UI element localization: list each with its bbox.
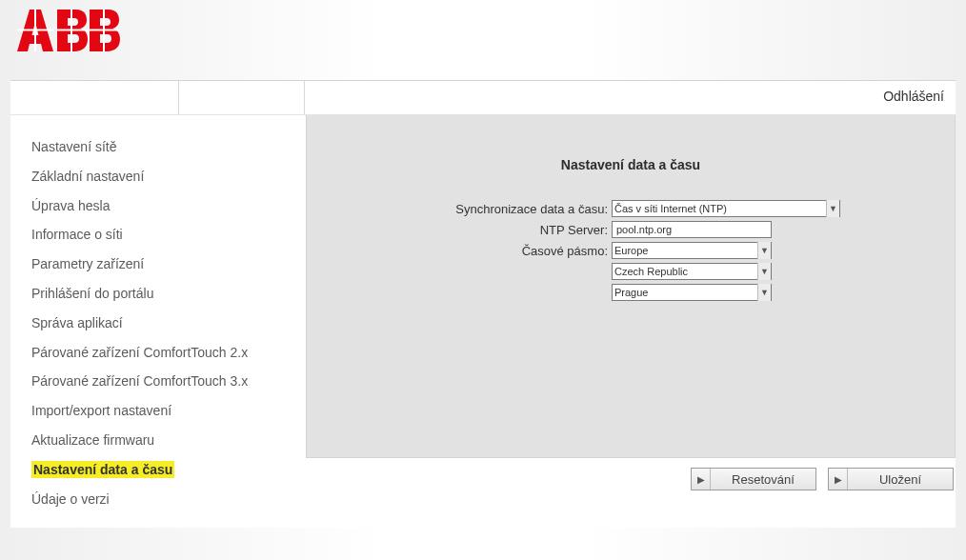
timezone-city-value: Prague (614, 287, 648, 298)
save-button-label: Uložení (848, 469, 953, 490)
sidebar-item-label: Nastavení sítě (31, 139, 117, 154)
sync-select[interactable]: Čas v síti Internet (NTP) ▼ (612, 200, 840, 217)
sidebar-item-label: Aktualizace firmwaru (31, 432, 154, 448)
timezone-region-select[interactable]: Europe ▼ (612, 242, 772, 259)
sidebar-item-paired-ct2x[interactable]: Párované zařízení ComfortTouch 2.x (31, 338, 306, 368)
sidebar-item-import-export[interactable]: Import/export nastavení (31, 396, 306, 426)
sidebar-item-device-params[interactable]: Parametry zařízení (31, 250, 306, 279)
brand-logo (17, 10, 120, 51)
sidebar-item-label: Nastavení data a času (31, 461, 174, 478)
content-area: Nastavení data a času Synchronizace data… (306, 115, 956, 528)
timezone-country-value: Czech Republic (614, 266, 688, 277)
sidebar-item-label: Párované zařízení ComfortTouch 2.x (31, 345, 248, 360)
timezone-city-select[interactable]: Prague ▼ (612, 284, 772, 301)
sidebar-item-password[interactable]: Úprava hesla (31, 191, 306, 221)
button-row: ▶ Resetování ▶ Uložení (691, 468, 954, 490)
sidebar-item-date-time[interactable]: Nastavení data a času (31, 455, 306, 485)
sidebar-item-label: Správa aplikací (31, 315, 123, 330)
page-title: Nastavení data a času (326, 157, 936, 172)
chevron-down-icon: ▼ (757, 242, 771, 259)
timezone-region-value: Europe (614, 245, 648, 256)
sidebar-item-version-info[interactable]: Údaje o verzi (31, 485, 306, 514)
sidebar-item-label: Import/export nastavení (31, 403, 171, 418)
empty-tab (178, 80, 305, 114)
sidebar-item-label: Informace o síti (31, 227, 123, 242)
play-icon: ▶ (692, 469, 711, 490)
logout-link[interactable]: Odhlášení (883, 89, 944, 104)
ntp-server-input[interactable] (612, 221, 772, 238)
content-box: Nastavení data a času Synchronizace data… (306, 115, 956, 458)
sync-label: Synchronizace data a času: (326, 202, 612, 216)
sidebar-item-firmware-update[interactable]: Aktualizace firmwaru (31, 426, 306, 455)
timezone-label: Časové pásmo: (326, 244, 612, 258)
sidebar: Nastavení sítě Základní nastavení Úprava… (10, 115, 306, 528)
sidebar-item-label: Základní nastavení (31, 169, 144, 184)
svg-rect-5 (103, 10, 105, 51)
play-icon: ▶ (829, 469, 848, 490)
chevron-down-icon: ▼ (826, 200, 839, 217)
sync-select-value: Čas v síti Internet (NTP) (614, 203, 727, 214)
sidebar-item-portal-login[interactable]: Prihlášení do portálu (31, 279, 306, 309)
ntp-label: NTP Server: (326, 223, 612, 237)
panel-header: Odhlášení (10, 81, 956, 115)
sidebar-item-label: Párované zařízení ComfortTouch 3.x (31, 373, 248, 389)
svg-rect-3 (70, 10, 72, 51)
svg-rect-2 (57, 30, 89, 31)
sidebar-item-network-info[interactable]: Informace o síti (31, 220, 306, 250)
sidebar-item-label: Parametry zařízení (31, 256, 144, 271)
sidebar-item-network-settings[interactable]: Nastavení sítě (31, 132, 306, 162)
sidebar-item-label: Údaje o verzi (31, 491, 110, 507)
chevron-down-icon: ▼ (757, 263, 771, 280)
reset-button[interactable]: ▶ Resetování (691, 468, 816, 490)
svg-rect-1 (34, 10, 36, 51)
sidebar-item-label: Prihlášení do portálu (31, 286, 153, 301)
timezone-country-select[interactable]: Czech Republic ▼ (612, 263, 772, 280)
sidebar-item-app-admin[interactable]: Správa aplikací (31, 309, 306, 338)
sidebar-item-basic-settings[interactable]: Základní nastavení (31, 162, 306, 191)
save-button[interactable]: ▶ Uložení (828, 468, 954, 490)
reset-button-label: Resetování (711, 469, 815, 490)
main-panel: Odhlášení Nastavení sítě Základní nastav… (10, 80, 956, 528)
sidebar-item-label: Úprava hesla (31, 198, 111, 213)
chevron-down-icon: ▼ (757, 284, 771, 301)
sidebar-item-paired-ct3x[interactable]: Párované zařízení ComfortTouch 3.x (31, 367, 306, 396)
